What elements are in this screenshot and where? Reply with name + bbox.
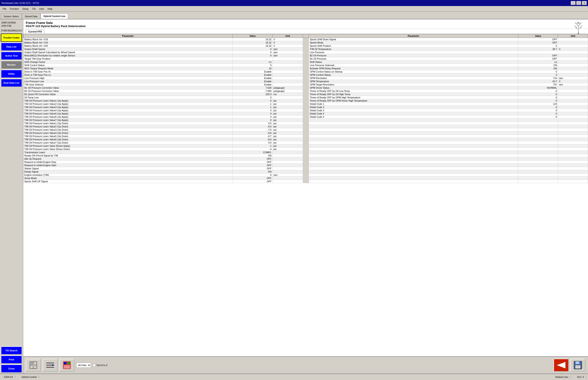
right-unit: C — [558, 48, 588, 51]
right-value — [518, 170, 558, 173]
maximize-button[interactable]: □ — [576, 1, 581, 5]
right-value — [518, 118, 558, 122]
left-value: 16.32 — [233, 44, 272, 48]
right-value: NORMAL — [518, 86, 558, 90]
left-param: MG2 Torque Request Mode — [23, 67, 233, 70]
divider — [303, 64, 309, 67]
right-value: 0 — [518, 106, 558, 109]
left-param: Ready ON Permit Signal by T/M — [23, 154, 233, 157]
right-unit — [558, 135, 588, 138]
data-list-button[interactable]: Data List — [1, 43, 22, 51]
left-value: -1 — [233, 102, 272, 106]
right-param — [309, 138, 518, 141]
left-unit: rpm — [272, 48, 303, 51]
right-param: Times of Ready OFF by OPM Driver High Te… — [309, 99, 518, 102]
svg-rect-11 — [34, 362, 37, 365]
tab-stored-data[interactable]: Stored Data — [22, 13, 40, 19]
menu-file[interactable]: File — [1, 7, 8, 11]
left-value — [233, 57, 272, 60]
menu-user[interactable]: User — [37, 7, 46, 11]
right-param: Detail Code 4 — [309, 112, 518, 115]
right-param: Detail Code 2 — [309, 106, 518, 109]
sort-az-checkbox[interactable] — [93, 364, 95, 367]
left-param: B1 Quick Fill Correction Value — [23, 93, 233, 96]
sort-checkbox-label[interactable]: Sort A to Z — [93, 364, 107, 367]
right-value: ON — [518, 67, 558, 70]
right-value: 0 — [518, 96, 558, 99]
right-unit — [558, 161, 588, 164]
divider — [303, 164, 309, 167]
table-row: Shift Change Factor Lo Shift Status Lo — [23, 60, 588, 64]
dtc-subtitle: P0A7F-123 Hybrid Battery Pack Deteriorat… — [26, 24, 586, 28]
left-value: COMPL — [233, 151, 272, 154]
trouble-codes-button[interactable]: Trouble Codes — [1, 34, 22, 42]
ffd-tab-current[interactable]: Current FFD — [26, 30, 44, 34]
left-value: -7.6 — [233, 128, 272, 132]
menu-tis[interactable]: TIS — [30, 7, 37, 11]
table-row: T/M Oil Pressure Learn Value4 (Up Drain)… — [23, 132, 588, 135]
print-button[interactable]: Print — [1, 356, 22, 364]
right-unit — [558, 73, 588, 76]
right-param: OPM Temperature — [309, 80, 518, 83]
back-navigation-button[interactable] — [553, 359, 569, 372]
menu-help[interactable]: Help — [46, 7, 54, 11]
left-value: -9.6 — [233, 132, 272, 135]
left-unit — [272, 154, 303, 157]
left-unit: psi — [272, 148, 303, 151]
close-button[interactable]: ✕ — [582, 1, 587, 5]
right-value: 0 — [518, 90, 558, 93]
tab-hybrid-control-live[interactable]: Hybrid Control Live — [41, 13, 68, 19]
table-row: Output Shaft Speed 0 rpm T/M Oil Tempera… — [23, 48, 588, 51]
right-unit — [558, 70, 588, 73]
divider — [303, 60, 309, 64]
utility-button[interactable]: Utility — [1, 70, 22, 78]
left-unit — [272, 67, 303, 70]
right-value: ON — [518, 64, 558, 67]
toolbar-icon-btn-3[interactable] — [59, 359, 74, 372]
tab-system-select[interactable]: System Select — [1, 13, 21, 19]
vehicle-model: 2008 GS450h — [1, 21, 22, 24]
right-param — [309, 161, 518, 164]
left-unit — [272, 170, 303, 173]
active-test-button[interactable]: Active Test — [1, 52, 22, 60]
data-table-scroll[interactable]: Parameter Value Unit Parameter Value Uni… — [23, 34, 588, 356]
data-filter-dropdown[interactable]: All Data Custom Filtered — [76, 362, 91, 368]
table-row: T/M Gear Selector Enable OPM Target Revo… — [23, 83, 588, 86]
left-unit — [272, 64, 303, 67]
minimize-button[interactable]: – — [571, 1, 575, 5]
right-unit — [558, 157, 588, 161]
left-value: OFF — [233, 180, 272, 183]
right-value — [518, 128, 558, 132]
close-button-sidebar[interactable]: Close — [1, 364, 22, 373]
left-param: T/M Oil Pressure Learn Value2 (Up Apply) — [23, 102, 233, 106]
left-param: T/M Oil Pressure Learn Value4 (Up Apply) — [23, 109, 233, 112]
save-button[interactable] — [570, 359, 586, 372]
right-value — [518, 151, 558, 154]
right-param: Detail Code 3 — [309, 109, 518, 112]
freeze-frame-title: Freeze Frame Data — [26, 21, 586, 24]
right-param — [309, 157, 518, 161]
left-unit: psi(gauge) — [272, 90, 303, 93]
right-unit: C — [558, 80, 588, 83]
left-unit — [272, 70, 303, 73]
menu-setup[interactable]: Setup — [21, 7, 30, 11]
table-row: Battery Block Vol -V18 16.32 V Sports Sh… — [23, 38, 588, 41]
right-param: Sports Shift Down Signal — [309, 38, 518, 41]
tis-search-button[interactable]: TIS Search — [1, 346, 22, 355]
toolbar-icon-btn-2[interactable] — [43, 359, 58, 372]
divider — [303, 102, 309, 106]
left-unit — [272, 57, 303, 60]
right-unit — [558, 90, 588, 93]
menu-function[interactable]: Function — [8, 7, 21, 11]
divider — [303, 161, 309, 164]
table-row: Line Pressure Low Enable OPM Temperature… — [23, 80, 588, 83]
right-param: B1 Oil Pressure — [309, 57, 518, 60]
dual-data-list-button[interactable]: Dual Data List — [1, 79, 22, 87]
divider — [303, 73, 309, 76]
monitor-button[interactable]: Monitor — [1, 61, 22, 69]
left-unit — [272, 76, 303, 80]
toolbar-icon-btn-1[interactable] — [26, 359, 41, 372]
svg-rect-10 — [30, 362, 33, 365]
vehicle-info: 2008 GS450h 2GR-FSE — [1, 20, 22, 29]
header-unit-left: Unit — [272, 34, 303, 38]
